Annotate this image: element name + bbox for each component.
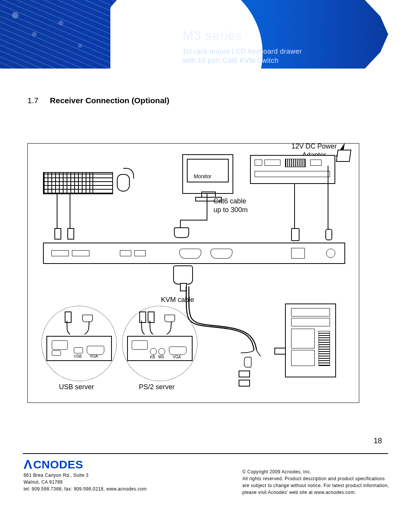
power-adapter-icon: [336, 150, 351, 162]
section-number: 1.7: [27, 96, 38, 105]
vga-port-tag: VGA: [173, 355, 181, 359]
ps2-server-detail: KB MS VGA: [122, 306, 198, 381]
footer-copyright: © Copyright 2009 Acnodes, Inc.: [242, 468, 389, 475]
footer-legal-2: are subject to change without notice. Fo…: [242, 482, 389, 489]
kvm-connector-icon: [173, 265, 193, 284]
mouse-icon: [117, 174, 130, 192]
kvm-module-icon: [250, 155, 335, 184]
vga-connector-icon: [174, 227, 189, 238]
section-title: Receiver Connection (Optional): [50, 96, 169, 105]
footer-address-3: tel: 909.598.7388, fax: 909.598.0218, ww…: [24, 486, 147, 492]
subtitle-line-1: 1U rack mount LCD keyboard drawer: [183, 48, 302, 55]
usb-plug-icon: [239, 380, 250, 387]
footer-address-2: Walnut, CA 91789: [24, 479, 147, 486]
usb-server-detail: USB VGA: [41, 306, 117, 381]
ps2-server-label: PS/2 server: [139, 383, 175, 391]
vga-port-tag: VGA: [90, 354, 98, 358]
vga-connector-icon: [244, 357, 252, 367]
receiver-unit-icon: [43, 243, 345, 264]
connection-diagram: 12V DC Power Adapter Cat6 cable up to 30…: [27, 143, 359, 403]
section-heading: 1.7 Receiver Connection (Optional): [27, 96, 384, 105]
footer-legal-3: please visit Acnodes' web site at www.ac…: [242, 489, 389, 496]
subtitle-line-2: with 16 port Cat6 KVM Switch: [183, 57, 279, 64]
monitor-text: Monitor: [194, 173, 212, 179]
pc-side-plug-icon: [274, 348, 286, 355]
ms-port-tag: MS: [158, 355, 164, 359]
rj45-plug-icon: [291, 228, 299, 241]
brand-logo: ΛACNODESCNODES: [24, 457, 147, 472]
usb-port-tag: USB: [74, 354, 82, 358]
page-footer: ΛACNODESCNODES 661 Brea Canyon Rd., Suit…: [24, 457, 389, 496]
page-number: 18: [374, 436, 382, 445]
dc-plug-icon: [325, 229, 332, 240]
product-title: M3 series: [183, 28, 302, 43]
page-header: M3 series 1U rack mount LCD keyboard dra…: [0, 0, 411, 69]
page: M3 series 1U rack mount LCD keyboard dra…: [0, 0, 411, 532]
monitor-icon: Monitor: [182, 154, 233, 194]
keyboard-icon: [43, 172, 113, 194]
usb-plug-icon: [239, 371, 250, 377]
usb-plug-icon: [67, 228, 74, 240]
footer-right: © Copyright 2009 Acnodes, Inc. All right…: [242, 457, 389, 496]
usb-server-label: USB server: [59, 383, 94, 391]
header-text: M3 series 1U rack mount LCD keyboard dra…: [183, 28, 302, 66]
product-subtitle: 1U rack mount LCD keyboard drawer with 1…: [183, 47, 302, 66]
server-pc-icon: [285, 304, 336, 377]
footer-address-1: 661 Brea Canyon Rd., Suite 3: [24, 472, 147, 479]
page-body: 1.7 Receiver Connection (Optional) 12V D…: [27, 84, 384, 403]
footer-rule: [23, 453, 388, 454]
kb-port-tag: KB: [150, 355, 155, 359]
footer-legal-1: All rights reserved. Product description…: [242, 475, 389, 482]
footer-left: ΛACNODESCNODES 661 Brea Canyon Rd., Suit…: [24, 457, 147, 496]
usb-plug-icon: [54, 228, 61, 240]
header-decor: [0, 0, 114, 69]
